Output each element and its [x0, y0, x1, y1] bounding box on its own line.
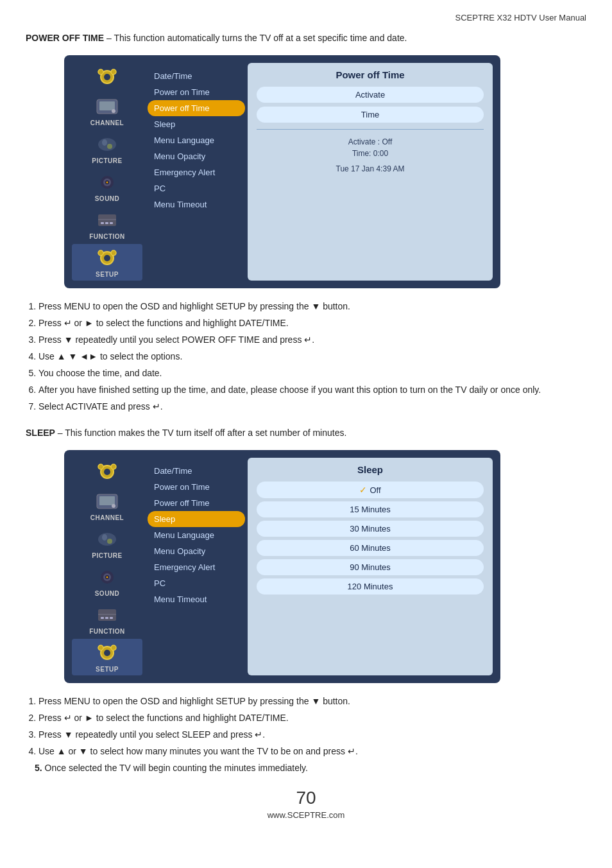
instruction-1-3: Press ▼ repeatedly until you select POWE… [38, 333, 586, 347]
tv-panel-1: Power off Time Activate Time Activate : … [248, 63, 493, 281]
menu2-language[interactable]: Menu Language [148, 527, 245, 543]
sleep-option-90[interactable]: 90 Minutes [257, 559, 484, 575]
menu-power-off-time[interactable]: Power off Time [148, 100, 245, 116]
picture-icon [93, 133, 121, 156]
tv-menu-col-1: Date/Time Power on Time Power off Time S… [145, 63, 248, 281]
sleep-option-15[interactable]: 15 Minutes [257, 501, 484, 517]
svg-point-44 [98, 645, 103, 650]
svg-rect-41 [110, 617, 113, 619]
menu2-power-off-time[interactable]: Power off Time [148, 495, 245, 511]
svg-rect-37 [98, 609, 116, 621]
function-label: FUNCTION [89, 233, 125, 240]
svg-rect-16 [101, 222, 104, 224]
svg-point-3 [111, 69, 116, 74]
sidebar-item-setup-top[interactable] [72, 63, 142, 91]
instructions-list-2: Press MENU to open the OSD and highlight… [38, 695, 586, 775]
sleep-option-60[interactable]: 60 Minutes [257, 540, 484, 556]
tv-sidebar-1: CHANNEL PICTURE S [72, 63, 142, 281]
sidebar2-item-picture[interactable]: PICTURE [72, 525, 142, 562]
check-icon: ✓ [359, 485, 367, 495]
svg-point-36 [106, 577, 108, 578]
sleep-option-off[interactable]: ✓ Off [257, 482, 484, 498]
picture2-label: PICTURE [92, 552, 122, 559]
sound2-icon [93, 566, 121, 589]
picture2-icon [93, 528, 121, 551]
panel-datetime: Tue 17 Jan 4:39 AM [257, 163, 484, 175]
instruction-2-3: Press ▼ repeatedly until you select SLEE… [38, 728, 586, 742]
svg-point-8 [102, 139, 107, 146]
menu2-emergency[interactable]: Emergency Alert [148, 559, 245, 575]
function2-label: FUNCTION [89, 628, 125, 635]
instruction-2-1: Press MENU to open the OSD and highlight… [38, 695, 586, 708]
instruction-1-4: Use ▲ ▼ ◄► to select the options. [38, 350, 586, 363]
sidebar2-item-setup-top[interactable] [72, 458, 142, 486]
svg-rect-17 [105, 222, 108, 224]
menu-timeout[interactable]: Menu Timeout [148, 196, 245, 213]
svg-point-9 [107, 144, 112, 149]
menu-datetime[interactable]: Date/Time [148, 68, 245, 84]
sidebar2-item-sound[interactable]: SOUND [72, 563, 142, 600]
sidebar2-item-setup[interactable]: SETUP [72, 639, 142, 675]
sleep-option-30[interactable]: 30 Minutes [257, 521, 484, 537]
menu2-datetime[interactable]: Date/Time [148, 463, 245, 479]
panel-time-btn[interactable]: Time [257, 107, 484, 123]
sleep-option-120[interactable]: 120 Minutes [257, 578, 484, 595]
instruction-1-6: After you have finished setting up the t… [38, 383, 586, 397]
panel-activate-btn[interactable]: Activate [257, 87, 484, 103]
sleep-options: ✓ Off 15 Minutes 30 Minutes 60 Minutes 9… [257, 482, 484, 595]
menu-opacity[interactable]: Menu Opacity [148, 148, 245, 164]
instruction-1-1: Press MENU to open the OSD and highlight… [38, 300, 586, 313]
sidebar-item-sound[interactable]: SOUND [72, 168, 142, 205]
svg-point-7 [98, 138, 116, 151]
svg-point-45 [111, 645, 116, 650]
sidebar-item-function[interactable]: FUNCTION [72, 206, 142, 243]
footer: 70 www.SCEPTRE.com [26, 788, 586, 820]
setup-top-icon [93, 65, 121, 89]
menu-power-on-time[interactable]: Power on Time [148, 84, 245, 100]
instruction-1-5: You choose the time, and date. [38, 367, 586, 380]
menu-emergency[interactable]: Emergency Alert [148, 164, 245, 180]
menu2-power-on-time[interactable]: Power on Time [148, 479, 245, 495]
setup-label: SETUP [96, 271, 119, 278]
menu2-pc[interactable]: PC [148, 575, 245, 591]
sound2-label: SOUND [95, 590, 120, 597]
svg-point-26 [111, 464, 116, 469]
manual-title: SCEPTRE X32 HDTV User Manual [26, 13, 586, 22]
svg-point-13 [106, 182, 108, 184]
section1-intro: POWER OFF TIME – This function automatic… [26, 31, 586, 45]
svg-rect-5 [99, 101, 115, 110]
svg-rect-14 [98, 214, 116, 226]
menu2-timeout[interactable]: Menu Timeout [148, 591, 245, 607]
sidebar-item-setup[interactable]: SETUP [72, 244, 142, 281]
menu-language[interactable]: Menu Language [148, 132, 245, 148]
tv-menu-col-2: Date/Time Power on Time Power off Time S… [145, 458, 248, 675]
channel-icon [93, 95, 121, 118]
panel-title-1: Power off Time [257, 69, 484, 80]
sidebar-item-channel[interactable]: CHANNEL [72, 92, 142, 129]
svg-point-22 [111, 250, 116, 256]
svg-point-2 [98, 69, 103, 74]
panel-info: Activate : OffTime: 0:00 [257, 136, 484, 159]
setup2-icon [93, 641, 121, 664]
sidebar2-item-function[interactable]: FUNCTION [72, 601, 142, 638]
svg-point-6 [112, 109, 115, 113]
channel2-label: CHANNEL [90, 514, 124, 521]
sidebar-item-picture[interactable]: PICTURE [72, 130, 142, 167]
svg-point-29 [112, 504, 115, 508]
sleep-off-label: Off [370, 485, 380, 495]
menu2-sleep[interactable]: Sleep [148, 511, 245, 527]
menu-pc[interactable]: PC [148, 180, 245, 196]
channel-label: CHANNEL [90, 119, 124, 126]
instruction-1-2: Press ↵ or ► to select the functions and… [38, 317, 586, 330]
panel-separator [257, 129, 484, 130]
menu2-opacity[interactable]: Menu Opacity [148, 543, 245, 559]
sidebar2-item-channel[interactable]: CHANNEL [72, 487, 142, 524]
svg-rect-39 [101, 617, 104, 619]
website: www.SCEPTRE.com [268, 810, 345, 820]
menu-sleep[interactable]: Sleep [148, 116, 245, 132]
svg-point-32 [107, 539, 112, 544]
setup2-label: SETUP [96, 666, 119, 673]
svg-rect-28 [99, 496, 115, 505]
svg-point-21 [98, 250, 103, 256]
svg-rect-18 [110, 222, 113, 224]
